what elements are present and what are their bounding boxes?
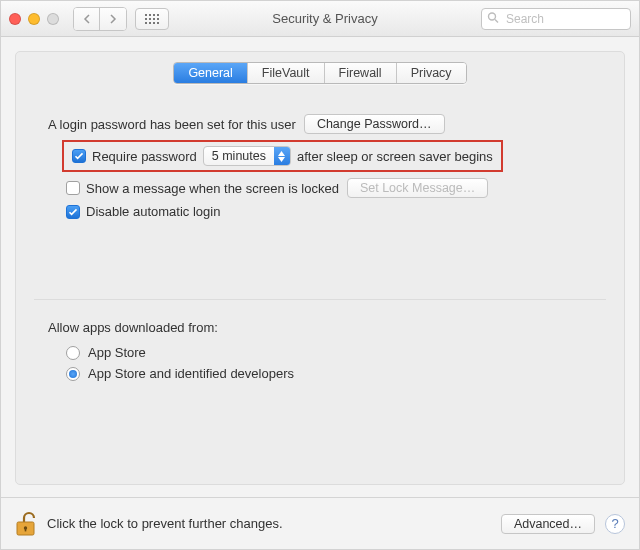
show-message-checkbox[interactable]: Show a message when the screen is locked: [66, 181, 339, 196]
search-field-wrap: [481, 8, 631, 30]
window-title: Security & Privacy: [177, 11, 473, 26]
gatekeeper-option-identified-row: App Store and identified developers: [66, 366, 606, 381]
checkbox-box: [66, 181, 80, 195]
svg-point-12: [489, 13, 496, 20]
nav-back-forward: [73, 7, 127, 31]
back-button[interactable]: [74, 8, 100, 30]
tab-privacy[interactable]: Privacy: [397, 63, 466, 83]
gatekeeper-radio-identified[interactable]: App Store and identified developers: [66, 366, 294, 381]
disable-auto-login-label: Disable automatic login: [86, 204, 220, 219]
stepper-arrows-icon: [274, 147, 290, 165]
set-lock-message-button: Set Lock Message…: [347, 178, 488, 198]
svg-rect-0: [145, 14, 147, 16]
body: General FileVault Firewall Privacy A log…: [1, 37, 639, 497]
svg-rect-7: [157, 18, 159, 20]
lock-text: Click the lock to prevent further change…: [47, 516, 283, 531]
checkbox-box: [66, 205, 80, 219]
svg-rect-8: [145, 22, 147, 24]
require-password-delay-popup[interactable]: 5 minutes: [203, 146, 291, 166]
prefs-window: Security & Privacy General FileVault Fir…: [0, 0, 640, 550]
show-message-row: Show a message when the screen is locked…: [66, 178, 606, 198]
zoom-dot: [47, 13, 59, 25]
svg-line-13: [495, 19, 498, 22]
gatekeeper-option-appstore-row: App Store: [66, 345, 606, 360]
check-icon: [74, 151, 84, 161]
grid-icon: [145, 14, 159, 24]
lock-open-icon: [15, 511, 37, 537]
titlebar: Security & Privacy: [1, 1, 639, 37]
svg-rect-16: [25, 528, 27, 531]
gatekeeper-heading: Allow apps downloaded from:: [48, 320, 218, 335]
chevron-left-icon: [83, 14, 90, 24]
close-dot[interactable]: [9, 13, 21, 25]
require-password-suffix: after sleep or screen saver begins: [297, 149, 493, 164]
panel: General FileVault Firewall Privacy A log…: [15, 51, 625, 485]
svg-rect-9: [149, 22, 151, 24]
svg-rect-11: [157, 22, 159, 24]
tab-segment: General FileVault Firewall Privacy: [173, 62, 466, 84]
svg-rect-2: [153, 14, 155, 16]
disable-auto-login-row: Disable automatic login: [66, 204, 606, 219]
require-password-row: Require password 5 minutes after sleep o…: [66, 140, 606, 172]
search-input[interactable]: [481, 8, 631, 30]
forward-button[interactable]: [100, 8, 126, 30]
show-all-button[interactable]: [135, 8, 169, 30]
tab-filevault[interactable]: FileVault: [248, 63, 325, 83]
lock-button[interactable]: [15, 511, 37, 537]
disable-auto-login-checkbox[interactable]: Disable automatic login: [66, 204, 220, 219]
gatekeeper-radio-appstore[interactable]: App Store: [66, 345, 146, 360]
svg-rect-6: [153, 18, 155, 20]
login-password-row: A login password has been set for this u…: [48, 114, 606, 134]
gatekeeper-option-appstore-label: App Store: [88, 345, 146, 360]
traffic-lights: [9, 13, 59, 25]
require-password-label: Require password: [92, 149, 197, 164]
tab-firewall[interactable]: Firewall: [325, 63, 397, 83]
tab-general[interactable]: General: [174, 63, 247, 83]
login-password-text: A login password has been set for this u…: [48, 117, 296, 132]
check-icon: [68, 207, 78, 217]
chevron-right-icon: [110, 14, 117, 24]
minimize-dot[interactable]: [28, 13, 40, 25]
require-password-delay-value: 5 minutes: [204, 149, 274, 163]
radio-dot: [66, 367, 80, 381]
gatekeeper-heading-row: Allow apps downloaded from:: [48, 320, 606, 335]
help-button[interactable]: ?: [605, 514, 625, 534]
svg-rect-10: [153, 22, 155, 24]
svg-rect-3: [157, 14, 159, 16]
require-password-checkbox[interactable]: Require password: [72, 149, 197, 164]
show-message-label: Show a message when the screen is locked: [86, 181, 339, 196]
change-password-button[interactable]: Change Password…: [304, 114, 445, 134]
radio-dot: [66, 346, 80, 360]
search-icon: [487, 11, 499, 26]
question-icon: ?: [611, 516, 618, 531]
svg-rect-5: [149, 18, 151, 20]
gatekeeper-option-identified-label: App Store and identified developers: [88, 366, 294, 381]
divider: [34, 299, 606, 300]
advanced-button[interactable]: Advanced…: [501, 514, 595, 534]
tab-bar: General FileVault Firewall Privacy: [34, 62, 606, 84]
checkbox-box: [72, 149, 86, 163]
svg-rect-4: [145, 18, 147, 20]
footer: Click the lock to prevent further change…: [1, 497, 639, 549]
require-password-highlight: Require password 5 minutes after sleep o…: [62, 140, 503, 172]
svg-rect-1: [149, 14, 151, 16]
